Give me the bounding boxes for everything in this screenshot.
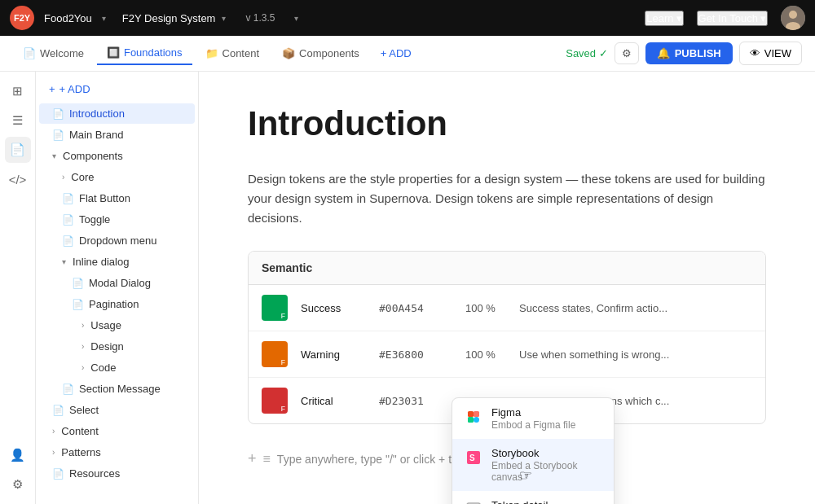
sidebar-label-usage: Usage bbox=[90, 319, 121, 331]
expand-arrow-core: › bbox=[62, 173, 64, 182]
ds-version: v 1.3.5 bbox=[245, 12, 275, 24]
publish-label: PUBLISH bbox=[675, 47, 721, 59]
grid-icon[interactable]: ⊞ bbox=[5, 78, 31, 104]
sidebar-item-toggle[interactable]: 📄 Toggle bbox=[39, 209, 195, 230]
warning-pct: 100 % bbox=[465, 348, 506, 361]
top-nav: F2Y Food2You ▾ F2Y Design System ▾ v 1.3… bbox=[0, 0, 815, 36]
doc-icon-mainbrand: 📄 bbox=[52, 129, 64, 141]
doc-icon-toggle: 📄 bbox=[62, 214, 74, 226]
add-content-drag-icon: ≡ bbox=[263, 452, 271, 467]
sidebar-toggle-icon[interactable]: ☰ bbox=[5, 107, 31, 134]
doc-icon: 📄 bbox=[52, 108, 64, 120]
expand-arrow-usage: › bbox=[82, 321, 84, 330]
sidebar-add-label: + ADD bbox=[59, 83, 90, 95]
sidebar-item-introduction[interactable]: 📄 Introduction bbox=[39, 103, 195, 124]
sidebar-add-icon: + bbox=[49, 83, 55, 95]
dropdown-item-storybook[interactable]: S Storybook Embed a Storybook canvas bbox=[452, 439, 614, 491]
sidebar-item-resources[interactable]: 📄 Resources bbox=[39, 463, 195, 484]
svg-rect-5 bbox=[468, 417, 474, 423]
sidebar-label-toggle: Toggle bbox=[79, 213, 110, 226]
toolbar-right-actions: Saved ✓ ⚙ 🔔 PUBLISH 👁 VIEW bbox=[566, 42, 802, 65]
sidebar-item-flat-button[interactable]: 📄 Flat Button bbox=[39, 188, 195, 208]
get-in-touch-label: Get In Touch bbox=[698, 12, 758, 24]
view-button[interactable]: 👁 VIEW bbox=[739, 42, 802, 65]
svg-point-6 bbox=[474, 417, 479, 423]
foundations-tab-icon: 🔲 bbox=[107, 46, 120, 59]
sidebar-item-content-group[interactable]: › Content bbox=[39, 421, 195, 441]
expand-arrow-content: › bbox=[52, 427, 55, 436]
sidebar-item-select[interactable]: 📄 Select bbox=[39, 400, 195, 420]
sidebar: + + ADD 📄 Introduction 📄 Main Brand ▾ Co… bbox=[36, 72, 199, 504]
sidebar-item-code[interactable]: › Code bbox=[39, 357, 195, 378]
dropdown-item-figma[interactable]: Figma Embod a Figma file bbox=[452, 398, 614, 439]
token-detail-text: Token detail Add a single token bbox=[491, 499, 572, 504]
svg-text:S: S bbox=[469, 454, 475, 462]
figma-icon bbox=[464, 407, 483, 427]
sidebar-item-core[interactable]: › Core bbox=[39, 167, 195, 187]
code-icon[interactable]: </> bbox=[5, 166, 31, 192]
main-layout: ⊞ ☰ 📄 </> 👤 ⚙ + + ADD 📄 Introduction 📄 M… bbox=[0, 72, 815, 504]
sidebar-item-components[interactable]: ▾ Components bbox=[39, 146, 195, 166]
page-description: Design tokens are the style properties f… bbox=[248, 169, 766, 228]
expand-arrow-inline-dialog: ▾ bbox=[62, 257, 66, 266]
figma-title: Figma bbox=[491, 406, 575, 419]
top-nav-right: Learn ▾ Get In Touch ▾ bbox=[645, 6, 805, 30]
sidebar-item-section-message[interactable]: 📄 Section Message bbox=[39, 379, 195, 399]
brand-name: Food2You bbox=[44, 12, 92, 24]
settings-button[interactable]: ⚙ bbox=[615, 42, 639, 64]
gear-icon[interactable]: ⚙ bbox=[5, 471, 31, 497]
sidebar-label-content-group: Content bbox=[61, 425, 99, 437]
welcome-tab-label: Welcome bbox=[40, 47, 84, 59]
brand-chevron-icon: ▾ bbox=[102, 14, 106, 23]
dropdown-item-token-detail[interactable]: Token detail Add a single token bbox=[452, 491, 614, 504]
sidebar-label-modal-dialog: Modal Dialog bbox=[89, 277, 151, 289]
saved-status: Saved ✓ bbox=[566, 47, 607, 59]
doc-icon-modal-dialog: 📄 bbox=[72, 278, 84, 289]
toolbar-add-button[interactable]: + ADD bbox=[372, 42, 420, 64]
welcome-tab[interactable]: 📄 Welcome bbox=[13, 42, 94, 64]
sidebar-item-patterns[interactable]: › Patterns bbox=[39, 442, 195, 462]
foundations-tab[interactable]: 🔲 Foundations bbox=[97, 42, 192, 65]
publish-icon: 🔔 bbox=[657, 47, 670, 59]
token-detail-title: Token detail bbox=[491, 499, 572, 504]
sidebar-label-section-message: Section Message bbox=[79, 383, 161, 395]
storybook-subtitle: Embed a Storybook canvas bbox=[491, 460, 602, 483]
ds-name: F2Y Design System bbox=[122, 12, 216, 24]
svg-rect-4 bbox=[474, 411, 479, 417]
publish-button[interactable]: 🔔 PUBLISH bbox=[645, 42, 733, 64]
get-in-touch-button[interactable]: Get In Touch ▾ bbox=[697, 11, 768, 26]
sidebar-item-pagination[interactable]: 📄 Pagination bbox=[39, 294, 195, 314]
sidebar-add-button[interactable]: + + ADD bbox=[36, 78, 198, 100]
add-content-dropdown: Figma Embod a Figma file S Storybook Emb… bbox=[452, 397, 615, 504]
view-label: VIEW bbox=[764, 47, 791, 59]
view-icon: 👁 bbox=[750, 47, 760, 59]
sidebar-item-main-brand[interactable]: 📄 Main Brand bbox=[39, 125, 195, 145]
doc-icon-select: 📄 bbox=[52, 405, 64, 416]
sidebar-item-usage[interactable]: › Usage bbox=[39, 315, 195, 335]
storybook-item-text: Storybook Embed a Storybook canvas bbox=[491, 447, 602, 483]
content-tab-label: Content bbox=[222, 47, 260, 59]
learn-button[interactable]: Learn ▾ bbox=[645, 11, 683, 26]
welcome-tab-icon: 📄 bbox=[23, 47, 36, 59]
sidebar-item-dropdown-menu[interactable]: 📄 Dropdown menu bbox=[39, 230, 195, 251]
sidebar-item-inline-dialog[interactable]: ▾ Inline dialog bbox=[39, 252, 195, 272]
token-detail-icon bbox=[464, 500, 483, 504]
ds-chevron-icon: ▾ bbox=[222, 14, 226, 23]
user-avatar[interactable] bbox=[781, 6, 805, 30]
warning-name: Warning bbox=[301, 348, 366, 361]
page-toolbar: 📄 Welcome 🔲 Foundations 📁 Content 📦 Comp… bbox=[0, 36, 815, 72]
sidebar-label-introduction: Introduction bbox=[69, 107, 125, 120]
users-icon[interactable]: 👤 bbox=[5, 442, 31, 468]
sidebar-item-design[interactable]: › Design bbox=[39, 336, 195, 357]
sidebar-label-components: Components bbox=[63, 150, 123, 162]
content-tab[interactable]: 📁 Content bbox=[196, 42, 270, 64]
page-icon[interactable]: 📄 bbox=[5, 137, 31, 163]
components-tab[interactable]: 📦 Components bbox=[272, 42, 369, 64]
sidebar-item-modal-dialog[interactable]: 📄 Modal Dialog bbox=[39, 273, 195, 293]
content-tab-icon: 📁 bbox=[205, 47, 218, 59]
figma-subtitle: Embod a Figma file bbox=[491, 419, 575, 431]
version-chevron-icon: ▾ bbox=[294, 14, 298, 23]
success-hex: #00A454 bbox=[379, 302, 452, 314]
sidebar-label-inline-dialog: Inline dialog bbox=[73, 256, 129, 268]
add-content-plus-icon: + bbox=[248, 450, 257, 467]
